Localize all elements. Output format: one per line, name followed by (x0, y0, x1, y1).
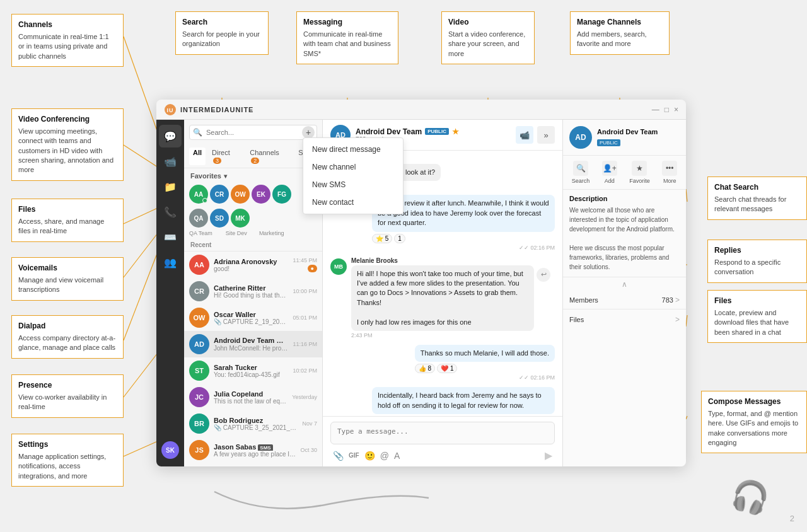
panel-more-button[interactable]: ••• More (662, 161, 677, 184)
message-reactions: ⭐ 5 1 (372, 234, 555, 243)
svg-text:IU: IU (167, 107, 174, 113)
tooltip-settings: Settings Manage application settings, no… (11, 434, 124, 487)
contact-info: Android Dev Team ✦ ⊕ ⊕ John McConnell: H… (214, 337, 288, 352)
tab-direct[interactable]: Direct 3 (208, 147, 243, 165)
chat-title: Android Dev Team PUBLIC ★ (356, 127, 511, 136)
tooltip-video: Video Start a video conference, share yo… (441, 11, 535, 64)
window-titlebar: IU INTERMEDIAUNITЕ — □ × (156, 100, 686, 120)
message-group: Thanks so much Melanie, I will add those… (330, 345, 555, 381)
add-icon: 👤+ (602, 161, 617, 176)
compose-input[interactable] (330, 422, 555, 444)
sidebar-item-files[interactable]: 📁 (159, 175, 182, 198)
contact-avatar: JS (189, 440, 209, 460)
sidebar-item-contacts[interactable]: 👥 (159, 251, 182, 274)
fav-avatar-3[interactable]: OW (231, 185, 250, 204)
app-window: IU INTERMEDIAUNITЕ — □ × 💬 📹 📁 📞 ⌨️ 👥 SK (156, 100, 686, 466)
window-body: 💬 📹 📁 📞 ⌨️ 👥 SK 🔍 + All Direct 3 Channel… (156, 120, 686, 466)
contact-jason[interactable]: JS Jason Sabas SMS A few years ago the p… (184, 437, 322, 463)
contact-info: Jason Sabas SMS A few years ago the plac… (214, 443, 296, 458)
star-icon[interactable]: ★ (452, 127, 459, 136)
right-panel-avatar: AD (569, 126, 592, 149)
emoji-icon[interactable]: 🙂 (364, 451, 375, 461)
contact-avatar: JC (189, 387, 209, 407)
maximize-button[interactable]: □ (665, 105, 669, 114)
contact-avatar: CR (189, 281, 209, 301)
video-call-button[interactable]: 📹 (516, 126, 533, 144)
page-number: 2 (790, 514, 794, 523)
description-section: Description We welcome all those who are… (563, 190, 686, 277)
svg-line-2 (124, 208, 158, 224)
contact-android-dev[interactable]: AD Android Dev Team ✦ ⊕ ⊕ John McConnell… (184, 331, 322, 357)
dropdown-new-channel[interactable]: New channel (303, 158, 403, 176)
earphones-decoration: 🎧 (728, 475, 773, 519)
message-bubble: Thanks so much Melanie, I will add those… (415, 345, 555, 362)
minimize-button[interactable]: — (652, 105, 659, 114)
dropdown-new-sms[interactable]: New SMS (303, 176, 403, 194)
contact-sarah[interactable]: ST Sarah Tucker You: fed014icap-435.gif … (184, 357, 322, 384)
close-button[interactable]: × (674, 105, 678, 114)
contact-adriana[interactable]: AA Adriana Aronovsky good! 11:45 PM ● (184, 252, 322, 278)
tooltip-search: Search Search for people in your organiz… (175, 11, 269, 55)
panel-search-button[interactable]: 🔍 Search (572, 161, 590, 184)
search-input[interactable] (189, 125, 317, 140)
app-name: INTERMEDIAUNITЕ (180, 106, 253, 113)
sidebar-item-calls[interactable]: 📞 (159, 200, 182, 223)
contact-oscar[interactable]: OW Oscar Waller 📎 CAPTURE 2_19_2021_10_1… (184, 304, 322, 331)
gif-button[interactable]: GIF (349, 452, 359, 459)
reply-button[interactable]: ↩ (537, 268, 550, 282)
tooltip-files-left: Files Access, share, and manage files in… (11, 199, 124, 242)
collapse-button[interactable]: ∧ (563, 277, 686, 291)
panel-add-button[interactable]: 👤+ Add (602, 161, 617, 184)
user-avatar: SK (161, 441, 179, 459)
format-icon[interactable]: A (394, 451, 400, 461)
tooltip-files-right: Files Locate, preview and download files… (707, 290, 807, 343)
attach-icon[interactable]: 📎 (333, 451, 344, 461)
sidebar-item-chat[interactable]: 💬 (159, 125, 182, 147)
tooltip-chat-search: Chat Search Search chat threads for rele… (707, 176, 807, 220)
svg-line-4 (124, 252, 158, 340)
sidebar-item-video[interactable]: 📹 (159, 150, 182, 173)
recent-header: Recent (184, 239, 322, 252)
dropdown-new-direct[interactable]: New direct message (303, 141, 403, 158)
contact-info: Adriana Aronovsky good! (214, 258, 288, 272)
sidebar-item-dialpad[interactable]: ⌨️ (159, 226, 182, 248)
panel-favorite-button[interactable]: ★ Favorite (629, 161, 650, 184)
fav-avatar-qa[interactable]: QA (189, 209, 208, 228)
filter-tabs: All Direct 3 Channels 2 SMS (184, 145, 322, 168)
tab-all[interactable]: All (189, 147, 206, 165)
send-button[interactable]: ▶ (545, 449, 552, 461)
tooltip-messaging: Messaging Communicate in real-time with … (296, 11, 398, 64)
tab-channels[interactable]: Channels 2 (246, 147, 292, 165)
fav-avatar-sd[interactable]: SD (210, 209, 229, 228)
svg-line-3 (124, 233, 158, 277)
fav-avatar-2[interactable]: CR (210, 185, 229, 204)
new-message-button[interactable]: + (302, 126, 315, 139)
more-options-button[interactable]: » (537, 126, 555, 144)
message-time: ✓✓ 02:16 PM (415, 374, 555, 381)
description-text: We welcome all those who are interested … (569, 205, 680, 272)
tooltip-compose: Compose Messages Type, format, and @ men… (701, 391, 807, 453)
message-bubble: Incidentally, I heard back from Jeremy a… (372, 387, 555, 414)
logo-icon: IU (164, 103, 177, 116)
window-controls: — □ × (652, 105, 678, 114)
sidebar-avatar[interactable]: SK (159, 439, 182, 461)
chat-header-actions: 📹 » (516, 126, 555, 144)
tooltip-presence: Presence View co-worker availability in … (11, 374, 124, 418)
chevron-right-icon: > (675, 296, 680, 304)
mention-icon[interactable]: @ (380, 451, 389, 461)
members-row[interactable]: Members 783 > (563, 291, 686, 309)
fav-avatar-5[interactable]: FG (272, 185, 291, 204)
dropdown-new-contact[interactable]: New contact (303, 194, 403, 211)
favorites-header: Favorites ▾ (184, 168, 322, 182)
contact-info: Oscar Waller 📎 CAPTURE 2_19_2021_10_19_2… (214, 311, 288, 325)
tooltip-dialpad: Dialpad Access company directory at-a-gl… (11, 315, 124, 359)
favorites-row-2: QA SD MK (184, 206, 322, 230)
contact-julia[interactable]: JC Julia Copeland This is not the law of… (184, 384, 322, 410)
files-row[interactable]: Files > (563, 309, 686, 330)
contact-bob[interactable]: BR Bob Rodriguez 📎 CAPTURE 3_25_2021_11_… (184, 410, 322, 437)
fav-avatar-4[interactable]: EK (252, 185, 270, 204)
fav-avatar-mk[interactable]: MK (231, 209, 250, 228)
fav-avatar-1[interactable]: AA (189, 185, 208, 204)
message-sender: Melanie Brooks (351, 257, 534, 264)
contact-catherine[interactable]: CR Catherine Ritter Hi! Good thing is th… (184, 278, 322, 304)
